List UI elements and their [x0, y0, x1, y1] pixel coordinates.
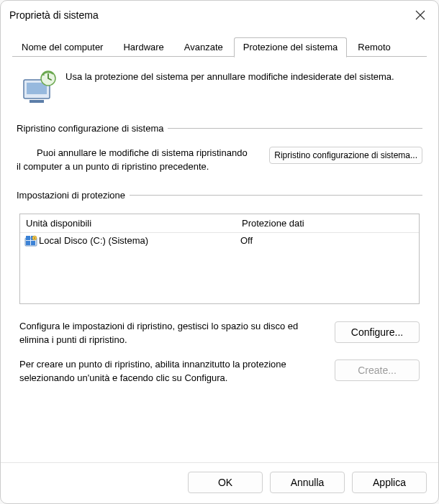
cancel-button[interactable]: Annulla: [270, 472, 345, 493]
close-button[interactable]: [409, 5, 431, 25]
restore-description: Puoi annullare le modifiche di sistema r…: [37, 147, 269, 174]
col-protection: Protezione dati: [236, 218, 419, 229]
tab-computer-name[interactable]: Nome del computer: [12, 37, 112, 57]
svg-rect-8: [26, 236, 30, 240]
create-description: Per creare un punto di ripristino, abili…: [19, 358, 335, 385]
intro-row: Usa la protezione del sistema per annull…: [17, 64, 422, 123]
settings-group: Impostazioni di protezione Unità disponi…: [17, 190, 422, 393]
intro-text: Usa la protezione del sistema per annull…: [65, 70, 394, 82]
restore-group-header: Ripristino configurazione di sistema: [17, 123, 422, 134]
configure-button[interactable]: Configure...: [335, 321, 420, 343]
drives-table[interactable]: Unità disponibili Protezione dati: [19, 214, 420, 304]
drive-status: Off: [236, 235, 419, 246]
divider: [168, 128, 422, 129]
tab-strip: Nome del computer Hardware Avanzate Prot…: [12, 35, 427, 57]
tab-hardware[interactable]: Hardware: [114, 37, 173, 57]
restore-group-title: Ripristino configurazione di sistema: [17, 123, 163, 134]
tab-system-protection[interactable]: Protezione del sistema: [234, 37, 348, 58]
create-button: Create...: [335, 359, 420, 381]
restore-desc-line1: Puoi annullare le modifiche di sistema r…: [37, 147, 269, 160]
restore-row: Puoi annullare le modifiche di sistema r…: [17, 147, 422, 174]
close-icon: [415, 10, 425, 20]
drive-name-rest: Disco (C:) (Sistema): [64, 235, 148, 246]
drive-cell: Local Disco (C:) (Sistema): [20, 235, 236, 247]
titlebar: Proprietà di sistema: [1, 1, 438, 29]
system-protection-icon: [19, 70, 58, 106]
svg-rect-10: [26, 241, 30, 245]
tab-advanced[interactable]: Avanzate: [175, 37, 232, 57]
col-drives: Unità disponibili: [20, 218, 236, 229]
tab-content-protection: Usa la protezione del sistema per annull…: [12, 57, 427, 462]
restore-group: Ripristino configurazione di sistema Puo…: [17, 123, 422, 174]
system-properties-dialog: Proprietà di sistema Nome del computer H…: [0, 0, 439, 504]
svg-rect-11: [31, 241, 35, 245]
tab-divider: [12, 56, 427, 57]
settings-group-header: Impostazioni di protezione: [17, 190, 422, 201]
dialog-body: Nome del computer Hardware Avanzate Prot…: [1, 29, 438, 462]
tab-remote[interactable]: Remoto: [348, 37, 400, 57]
apply-button[interactable]: Applica: [352, 472, 427, 493]
restore-desc-line2: il computer a un punto di ripristino pre…: [17, 160, 269, 174]
settings-group-title: Impostazioni di protezione: [17, 190, 125, 201]
system-restore-button[interactable]: Ripristino configurazione di sistema...: [269, 147, 422, 164]
table-header: Unità disponibili Protezione dati: [20, 214, 419, 233]
table-row[interactable]: Local Disco (C:) (Sistema) Off: [20, 233, 419, 249]
svg-rect-4: [30, 100, 44, 103]
configure-row: Configura le impostazioni di ripristino,…: [17, 320, 422, 359]
create-row: Per creare un punto di ripristino, abili…: [17, 358, 422, 393]
configure-description: Configura le impostazioni di ripristino,…: [19, 320, 335, 347]
dialog-footer: OK Annulla Applica: [1, 462, 438, 503]
window-title: Proprietà di sistema: [9, 9, 99, 21]
windows-drive-icon: [24, 235, 37, 247]
divider: [130, 195, 422, 196]
ok-button[interactable]: OK: [188, 472, 263, 493]
drive-name-prefix: Local: [39, 235, 61, 246]
svg-rect-13: [34, 237, 35, 239]
